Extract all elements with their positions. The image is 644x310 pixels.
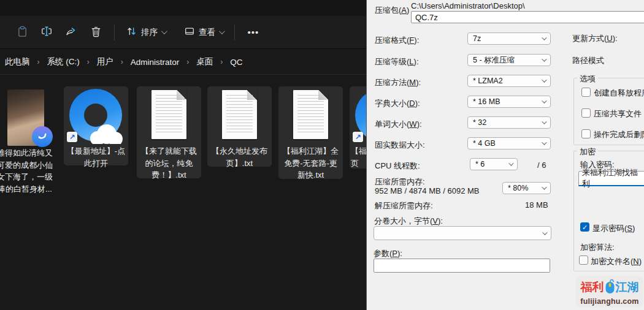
encrypt-filenames-label: 加密文件名(N) <box>591 256 642 267</box>
level-value: 5 - 标准压缩 <box>473 55 515 66</box>
watermark-domain: fulijianghu.com <box>580 297 638 306</box>
file-item-video[interactable]: 难得如此清纯又 可爱的成都小仙 女下海了，一级 棒的白皙身材... <box>0 86 57 198</box>
breadcrumb-item-qc[interactable]: QC <box>227 55 245 69</box>
format-select[interactable]: 7z <box>467 32 551 45</box>
cpu-threads-label: CPU 线程数: <box>375 161 420 172</box>
solid-block-size-label: 固实数据大小: <box>375 140 425 151</box>
decompress-memory-label: 解压缩所需内存: <box>375 200 433 211</box>
compress-shared-checkbox[interactable] <box>581 108 591 118</box>
password-input[interactable]: 来福利江湖找福利 <box>578 171 644 186</box>
method-label: 压缩方法(M): <box>375 77 421 88</box>
chevron-down-icon <box>219 28 225 34</box>
format-label: 压缩格式(F): <box>375 35 419 46</box>
chevron-down-icon <box>161 28 167 34</box>
path-mode-label: 路径模式 <box>572 55 604 66</box>
solid-block-size-select[interactable]: * 4 GB <box>467 137 551 149</box>
file-item-qq-shortcut[interactable]: ↗ 【最新地址】-点 此打开 <box>64 86 128 165</box>
file-item-txt[interactable]: 【永久地址发布 页】.txt <box>207 86 272 167</box>
play-overlay-icon <box>32 126 53 147</box>
method-select[interactable]: * LZMA2 <box>467 75 551 87</box>
dictionary-size-label: 字典大小(D): <box>375 98 420 109</box>
solid-block-size-value: * 4 GB <box>473 139 496 148</box>
method-value: * LZMA2 <box>473 77 503 85</box>
fulijianghu-watermark: 福利 江湖 fulijianghu.com <box>576 276 643 308</box>
toolbar-separator <box>114 25 115 40</box>
clipboard-icon <box>17 26 28 39</box>
file-name: 【永久地址发布 页】.txt <box>207 145 272 172</box>
share-icon <box>65 25 77 39</box>
view-button[interactable]: 查看 <box>179 21 228 43</box>
7zip-add-archive-dialog: 压缩包(A) C:\Users\Administrator\Desktop\ Q… <box>366 0 644 310</box>
encryption-group-title: 加密 <box>577 146 598 157</box>
chevron-down-icon <box>542 77 546 82</box>
shortcut-arrow-icon: ↗ <box>353 132 363 142</box>
txt-file-icon <box>151 90 186 139</box>
split-volume-combobox[interactable] <box>374 226 551 240</box>
shortcut-arrow-icon: ↗ <box>67 132 77 142</box>
dictionary-size-value: * 16 MB <box>473 97 500 106</box>
archive-name-input[interactable]: QC.7z <box>411 11 644 23</box>
file-name: 难得如此清纯又 可爱的成都小仙 女下海了，一级 棒的白皙身材... <box>0 147 57 198</box>
archive-name-value: QC.7z <box>415 13 438 22</box>
file-name: 【最新地址】-点 此打开 <box>64 145 128 172</box>
breadcrumb-item-users[interactable]: 用户 <box>94 54 117 70</box>
chevron-down-icon <box>542 140 546 145</box>
encrypt-filenames-checkbox[interactable] <box>579 255 588 265</box>
word-size-select[interactable]: * 32 <box>467 116 551 129</box>
file-item-txt[interactable]: 【福利江湖】全 免费-无套路-更 新快.txt <box>278 86 343 179</box>
archive-label: 压缩包(A) <box>375 5 409 16</box>
sort-button-label: 排序 <box>141 27 158 38</box>
sort-arrows-icon <box>126 26 137 39</box>
parameters-input[interactable] <box>374 259 550 273</box>
share-button[interactable] <box>59 21 83 43</box>
show-password-label: 显示密码(S) <box>592 223 635 234</box>
delete-after-checkbox[interactable] <box>581 129 591 138</box>
word-size-label: 单词大小(W): <box>375 119 422 130</box>
file-name: 【来了就能下载 的论坛，纯免 费！】.txt <box>137 145 201 184</box>
memory-percent-value: * 80% <box>508 184 528 192</box>
breadcrumb-chevron-icon: › <box>216 58 227 66</box>
chevron-down-icon <box>542 230 547 235</box>
decompress-memory-value: 18 MB <box>525 200 548 210</box>
show-password-checkbox[interactable]: ✓ <box>580 222 589 232</box>
chevron-down-icon <box>542 56 546 61</box>
options-group-title: 选项 <box>577 74 598 85</box>
file-name: 【福利江湖】全 免费-无套路-更 新快.txt <box>278 145 343 184</box>
password-value: 来福利江湖找福利 <box>582 167 644 189</box>
create-sfx-label: 创建自释放程序( <box>594 88 644 99</box>
level-label: 压缩等级(L): <box>375 56 419 67</box>
watermark-text-left: 福利 <box>581 279 604 295</box>
breadcrumb-item-desktop[interactable]: 桌面 <box>193 54 216 70</box>
breadcrumb-chevron-icon: › <box>117 58 128 66</box>
cpu-threads-value: * 6 <box>475 160 485 168</box>
cpu-threads-max: / 6 <box>537 161 546 170</box>
breadcrumb-item-this-pc[interactable]: 此电脑 <box>2 54 33 70</box>
watermark-text-right: 江湖 <box>616 279 639 295</box>
compress-shared-label: 压缩共享文件 <box>594 108 642 119</box>
rename-icon <box>40 25 53 39</box>
format-value: 7z <box>473 34 481 43</box>
cpu-threads-select[interactable]: * 6 <box>470 158 518 170</box>
breadcrumb-item-administrator[interactable]: Administrator <box>128 55 183 69</box>
chevron-down-icon <box>542 119 546 124</box>
breadcrumb-item-c-drive[interactable]: 系统 (C:) <box>44 54 83 70</box>
breadcrumb-chevron-icon: › <box>33 58 44 66</box>
more-options-button[interactable]: ••• <box>241 21 266 43</box>
update-mode-label: 更新方式(U): <box>572 33 618 44</box>
rename-button[interactable] <box>34 21 59 43</box>
file-item-txt[interactable]: 【来了就能下载 的论坛，纯免 费！】.txt <box>137 86 201 178</box>
level-select[interactable]: 5 - 标准压缩 <box>467 54 551 66</box>
ellipsis-icon: ••• <box>248 27 259 37</box>
trash-icon <box>90 26 102 39</box>
dictionary-size-select[interactable]: * 16 MB <box>467 96 551 108</box>
txt-file-icon <box>293 90 328 139</box>
paste-button[interactable] <box>10 21 34 43</box>
create-sfx-checkbox[interactable] <box>581 88 591 97</box>
sort-button[interactable]: 排序 <box>121 21 171 43</box>
word-size-value: * 32 <box>473 118 486 127</box>
chevron-down-icon <box>508 161 513 165</box>
memory-percent-select[interactable]: * 80% <box>502 182 551 194</box>
delete-button[interactable] <box>83 21 108 43</box>
delete-after-label: 操作完成后删除 <box>594 129 644 140</box>
view-button-label: 查看 <box>199 27 215 38</box>
